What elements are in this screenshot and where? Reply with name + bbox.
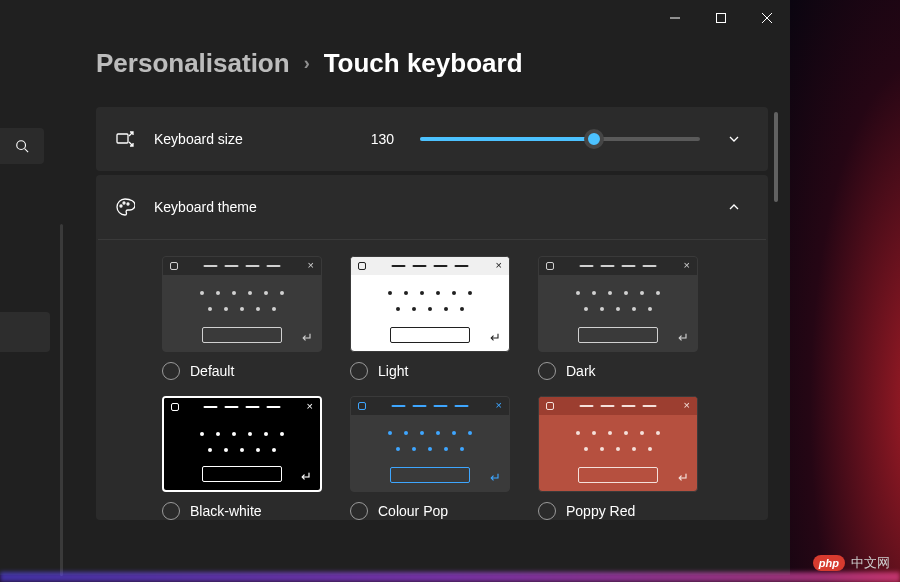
keyboard-size-card: Keyboard size 130 bbox=[96, 107, 768, 171]
gear-icon bbox=[546, 402, 554, 410]
theme-option: ×↵Dark bbox=[538, 256, 698, 380]
theme-preview[interactable]: ×↵ bbox=[350, 396, 510, 492]
theme-option: ×↵Default bbox=[162, 256, 322, 380]
radio-icon bbox=[162, 362, 180, 380]
theme-option: ×↵Black-white bbox=[162, 396, 322, 520]
keyboard-size-row: Keyboard size 130 bbox=[96, 107, 768, 171]
keyboard-size-icon bbox=[114, 128, 136, 150]
minimize-icon bbox=[670, 13, 680, 23]
slider-fill bbox=[420, 137, 594, 141]
theme-radio-label[interactable]: Colour Pop bbox=[350, 502, 510, 520]
watermark-text: 中文网 bbox=[851, 554, 890, 572]
svg-line-5 bbox=[25, 149, 29, 153]
theme-preview[interactable]: ×↵ bbox=[162, 256, 322, 352]
enter-icon: ↵ bbox=[678, 330, 689, 345]
enter-icon: ↵ bbox=[302, 330, 313, 345]
preview-close-icon: × bbox=[684, 399, 690, 411]
svg-point-9 bbox=[127, 203, 129, 205]
radio-icon bbox=[162, 502, 180, 520]
svg-point-8 bbox=[123, 202, 125, 204]
close-icon bbox=[762, 13, 772, 23]
close-button[interactable] bbox=[744, 0, 790, 36]
chevron-down-icon bbox=[728, 133, 740, 145]
theme-name: Dark bbox=[566, 363, 596, 379]
enter-icon: ↵ bbox=[301, 469, 312, 484]
settings-window: Personalisation › Touch keyboard Keyboar… bbox=[0, 0, 790, 575]
theme-preview[interactable]: ×↵ bbox=[162, 396, 322, 492]
enter-icon: ↵ bbox=[490, 470, 501, 485]
theme-name: Poppy Red bbox=[566, 503, 635, 519]
keyboard-size-slider[interactable] bbox=[420, 137, 700, 141]
keyboard-size-slider-wrap bbox=[420, 137, 700, 141]
radio-icon bbox=[350, 502, 368, 520]
svg-rect-6 bbox=[117, 134, 128, 143]
breadcrumb: Personalisation › Touch keyboard bbox=[96, 48, 768, 79]
theme-name: Default bbox=[190, 363, 234, 379]
theme-radio-label[interactable]: Poppy Red bbox=[538, 502, 698, 520]
svg-point-7 bbox=[120, 205, 122, 207]
background-glow bbox=[790, 0, 900, 582]
theme-option: ×↵Light bbox=[350, 256, 510, 380]
theme-name: Black-white bbox=[190, 503, 262, 519]
slider-thumb[interactable] bbox=[584, 129, 604, 149]
keyboard-theme-card: Keyboard theme ×↵Default×↵Light×↵Dark×↵B… bbox=[96, 175, 768, 520]
theme-radio-label[interactable]: Light bbox=[350, 362, 510, 380]
preview-close-icon: × bbox=[308, 259, 314, 271]
preview-close-icon: × bbox=[307, 400, 313, 412]
theme-option: ×↵Colour Pop bbox=[350, 396, 510, 520]
maximize-button[interactable] bbox=[698, 0, 744, 36]
enter-icon: ↵ bbox=[490, 330, 501, 345]
keyboard-theme-label: Keyboard theme bbox=[154, 199, 257, 215]
theme-grid: ×↵Default×↵Light×↵Dark×↵Black-white×↵Col… bbox=[96, 240, 768, 520]
svg-point-4 bbox=[17, 141, 26, 150]
content-area: Personalisation › Touch keyboard Keyboar… bbox=[96, 48, 768, 575]
theme-name: Colour Pop bbox=[378, 503, 448, 519]
palette-icon bbox=[114, 196, 136, 218]
page-title: Touch keyboard bbox=[324, 48, 523, 79]
sidebar-accent bbox=[60, 224, 63, 576]
theme-preview[interactable]: ×↵ bbox=[538, 396, 698, 492]
theme-radio-label[interactable]: Dark bbox=[538, 362, 698, 380]
gear-icon bbox=[358, 262, 366, 270]
radio-icon bbox=[350, 362, 368, 380]
collapse-theme-button[interactable] bbox=[718, 191, 750, 223]
keyboard-theme-row[interactable]: Keyboard theme bbox=[96, 175, 768, 239]
minimize-button[interactable] bbox=[652, 0, 698, 36]
maximize-icon bbox=[716, 13, 726, 23]
search-icon bbox=[15, 139, 29, 153]
watermark-badge: php bbox=[813, 555, 845, 571]
theme-option: ×↵Poppy Red bbox=[538, 396, 698, 520]
expand-size-button[interactable] bbox=[718, 123, 750, 155]
chevron-up-icon bbox=[728, 201, 740, 213]
keyboard-size-value: 130 bbox=[371, 131, 394, 147]
theme-name: Light bbox=[378, 363, 408, 379]
enter-icon: ↵ bbox=[678, 470, 689, 485]
keyboard-size-label: Keyboard size bbox=[154, 131, 243, 147]
gear-icon bbox=[171, 403, 179, 411]
radio-icon bbox=[538, 362, 556, 380]
radio-icon bbox=[538, 502, 556, 520]
gear-icon bbox=[358, 402, 366, 410]
gear-icon bbox=[170, 262, 178, 270]
breadcrumb-parent[interactable]: Personalisation bbox=[96, 48, 290, 79]
theme-preview[interactable]: ×↵ bbox=[538, 256, 698, 352]
sidebar-item-peek[interactable] bbox=[0, 312, 50, 352]
watermark: php 中文网 bbox=[813, 554, 890, 572]
bottom-glow bbox=[0, 572, 900, 582]
preview-close-icon: × bbox=[496, 259, 502, 271]
chevron-right-icon: › bbox=[304, 53, 310, 74]
preview-close-icon: × bbox=[496, 399, 502, 411]
sidebar-search[interactable] bbox=[0, 128, 44, 164]
theme-radio-label[interactable]: Default bbox=[162, 362, 322, 380]
svg-rect-1 bbox=[717, 14, 726, 23]
gear-icon bbox=[546, 262, 554, 270]
preview-close-icon: × bbox=[684, 259, 690, 271]
titlebar bbox=[0, 0, 790, 36]
scrollbar-thumb[interactable] bbox=[774, 112, 778, 202]
theme-preview[interactable]: ×↵ bbox=[350, 256, 510, 352]
theme-radio-label[interactable]: Black-white bbox=[162, 502, 322, 520]
